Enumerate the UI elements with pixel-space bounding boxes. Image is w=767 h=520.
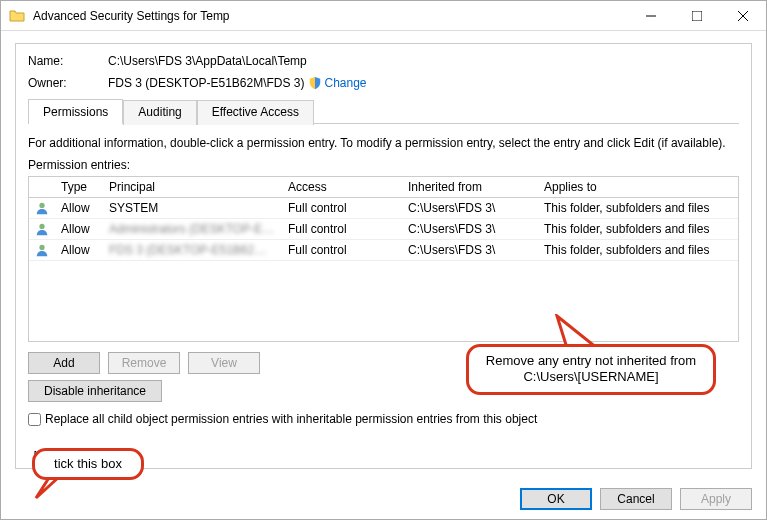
col-principal[interactable]: Principal [103,177,282,197]
content-area: Name: C:\Users\FDS 3\AppData\Local\Temp … [1,31,766,479]
window: Advanced Security Settings for Temp Name… [0,0,767,520]
grid-empty-area[interactable] [29,261,738,341]
person-icon [29,240,55,260]
info-text: For additional information, double-click… [28,136,739,150]
svg-point-2 [39,245,44,250]
cell-principal: FDS 3 (DESKTOP-E51B62M\FD... [103,240,282,260]
owner-value: FDS 3 (DESKTOP-E51B62M\FDS 3) [108,76,305,90]
cell-inherited: C:\Users\FDS 3\ [402,219,538,239]
cell-principal: Administrators (DESKTOP-E51... [103,219,282,239]
grid-header: Type Principal Access Inherited from App… [29,177,738,198]
cell-applies: This folder, subfolders and files [538,219,738,239]
cell-inherited: C:\Users\FDS 3\ [402,198,538,218]
tab-effective-access[interactable]: Effective Access [197,100,314,125]
change-owner-link[interactable]: Change [325,76,367,90]
col-type[interactable]: Type [55,177,103,197]
cell-applies: This folder, subfolders and files [538,198,738,218]
cell-principal: SYSTEM [103,198,282,218]
table-row[interactable]: AllowFDS 3 (DESKTOP-E51B62M\FD...Full co… [29,240,738,261]
titlebar: Advanced Security Settings for Temp [1,1,766,31]
person-icon [29,198,55,218]
cell-type: Allow [55,219,103,239]
shield-icon [308,76,322,90]
cell-access: Full control [282,219,402,239]
ok-button[interactable]: OK [520,488,592,510]
svg-point-0 [39,203,44,208]
apply-button: Apply [680,488,752,510]
window-title: Advanced Security Settings for Temp [33,9,628,23]
entries-label: Permission entries: [28,158,739,172]
col-inherited[interactable]: Inherited from [402,177,538,197]
disable-inheritance-button[interactable]: Disable inheritance [28,380,162,402]
name-value: C:\Users\FDS 3\AppData\Local\Temp [108,54,307,68]
dialog-footer: OK Cancel Apply [1,479,766,519]
cell-type: Allow [55,240,103,260]
replace-checkbox-label: Replace all child object permission entr… [45,412,537,426]
tab-auditing[interactable]: Auditing [123,100,196,125]
cell-access: Full control [282,198,402,218]
name-label: Name: [28,54,108,68]
cell-access: Full control [282,240,402,260]
table-row[interactable]: AllowSYSTEMFull controlC:\Users\FDS 3\Th… [29,198,738,219]
window-controls [628,1,766,30]
remove-button: Remove [108,352,180,374]
person-icon [29,219,55,239]
cancel-button[interactable]: Cancel [600,488,672,510]
table-row[interactable]: AllowAdministrators (DESKTOP-E51...Full … [29,219,738,240]
owner-row: Owner: FDS 3 (DESKTOP-E51B62M\FDS 3) Cha… [28,76,739,90]
replace-checkbox[interactable] [28,413,41,426]
tab-bar: Permissions Auditing Effective Access [28,98,739,123]
annotation-tick: tick this box [32,448,144,480]
annotation-remove: Remove any entry not inherited from C:\U… [466,344,716,395]
folder-icon [9,8,25,24]
minimize-button[interactable] [628,1,674,30]
replace-checkbox-row: Replace all child object permission entr… [28,412,739,426]
maximize-button[interactable] [674,1,720,30]
add-button[interactable]: Add [28,352,100,374]
cell-type: Allow [55,198,103,218]
close-button[interactable] [720,1,766,30]
cell-inherited: C:\Users\FDS 3\ [402,240,538,260]
col-access[interactable]: Access [282,177,402,197]
permissions-grid[interactable]: Type Principal Access Inherited from App… [28,176,739,342]
cell-applies: This folder, subfolders and files [538,240,738,260]
main-panel: Name: C:\Users\FDS 3\AppData\Local\Temp … [15,43,752,469]
view-button: View [188,352,260,374]
svg-point-1 [39,224,44,229]
tab-permissions[interactable]: Permissions [28,99,123,124]
col-applies[interactable]: Applies to [538,177,738,197]
name-row: Name: C:\Users\FDS 3\AppData\Local\Temp [28,54,739,68]
owner-label: Owner: [28,76,108,90]
